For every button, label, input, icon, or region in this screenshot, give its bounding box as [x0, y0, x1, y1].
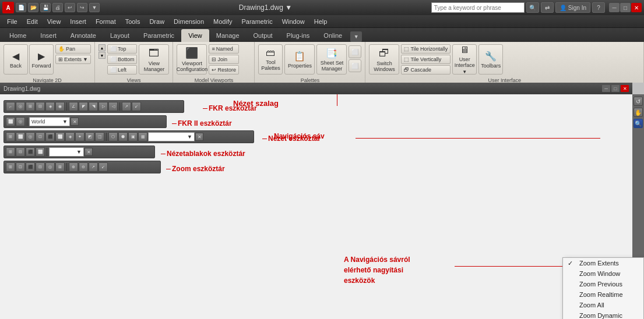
nt-btn-11[interactable]: ⬡	[108, 132, 118, 141]
tile-horizontally-button[interactable]: ⬚ Tile Horizontally	[401, 44, 451, 54]
close-button[interactable]: ✕	[631, 3, 642, 12]
nav-sidebar-btn-zoom[interactable]: 🔍	[634, 119, 643, 128]
view-scroll-up[interactable]: ▲	[98, 44, 105, 51]
tile-vertically-button[interactable]: ⬚ Tile Vertically	[401, 55, 451, 64]
search-input[interactable]	[431, 2, 525, 13]
nav-sidebar-btn-2[interactable]: ✋	[634, 108, 643, 117]
search-icon-btn[interactable]: 🔍	[526, 2, 539, 13]
tab-insert[interactable]: Insert	[33, 29, 64, 42]
tb-btn-2[interactable]: ◎	[16, 102, 25, 111]
na-btn-1[interactable]: ⊞	[6, 147, 15, 157]
tab-plugins[interactable]: Plug-ins	[280, 29, 317, 42]
menu-tools[interactable]: Tools	[121, 15, 145, 27]
redo-btn[interactable]: ↪	[77, 3, 87, 12]
tool-palettes-button[interactable]: 🗃 Tool Palettes	[258, 44, 283, 75]
undo-btn[interactable]: ↩	[65, 3, 75, 12]
ribbon-tab-extra[interactable]: ▼	[350, 31, 362, 42]
tb2-btn-2[interactable]: ◎	[16, 117, 25, 126]
z-btn-5[interactable]: ◎	[45, 162, 55, 172]
palette-extra2-button[interactable]: ⬜	[349, 59, 361, 72]
menu-modify[interactable]: Modify	[209, 15, 237, 27]
tb-btn-6[interactable]: ◉	[55, 102, 65, 111]
tb-btn-7[interactable]: ∠	[69, 102, 78, 111]
nav-sidebar-btn-1[interactable]: ↺	[634, 97, 643, 106]
new-btn[interactable]: 📄	[16, 3, 26, 12]
help-icon[interactable]: ?	[592, 2, 605, 13]
nt-btn-13[interactable]: ▣	[128, 132, 138, 141]
named-viewport-button[interactable]: ≡ Named	[209, 44, 239, 54]
tb-btn-11[interactable]: ◁	[108, 102, 118, 111]
user-interface-button[interactable]: 🖥 User Interface ▼	[452, 44, 477, 75]
tb-btn-12[interactable]: ↗	[122, 102, 131, 111]
inner-max-button[interactable]: □	[611, 85, 620, 92]
z-btn-6[interactable]: ⊠	[55, 162, 65, 172]
tb2-btn-1[interactable]: ⬜	[6, 117, 15, 126]
forward-button[interactable]: ▶ Forward	[29, 44, 54, 75]
nt-btn-10[interactable]: ◫	[95, 132, 104, 141]
tab-output[interactable]: Output	[247, 29, 280, 42]
pan-button[interactable]: ✋ Pan	[55, 44, 91, 54]
palette-extra1-button[interactable]: ⬜	[349, 45, 361, 58]
tb-btn-5[interactable]: ◈	[45, 102, 55, 111]
view-manager-button[interactable]: 🗔 View Manager	[139, 44, 169, 75]
z-btn-1[interactable]: ⊞	[6, 162, 15, 172]
tab-manage[interactable]: Manage	[209, 29, 247, 42]
z-btn-8[interactable]: ⊖	[79, 162, 88, 172]
sign-in-button[interactable]: 👤 Sign In	[555, 2, 590, 13]
tb-btn-4[interactable]: ⊟	[36, 102, 45, 111]
top-view-button[interactable]: ⬜ Top	[107, 44, 138, 54]
save-btn[interactable]: 💾	[40, 3, 51, 12]
exchange-icon[interactable]: ⇄	[541, 2, 554, 13]
viewport-config-button[interactable]: ⬛ Viewport Configuration	[177, 44, 207, 75]
zoom-realtime-item[interactable]: Zoom Realtime	[563, 289, 643, 300]
z-btn-9[interactable]: ↗	[89, 162, 98, 172]
menu-parametric[interactable]: Parametric	[237, 15, 277, 27]
menu-help[interactable]: Help	[309, 15, 332, 27]
maximize-button[interactable]: □	[620, 3, 631, 12]
tb2-close[interactable]: ✕	[71, 118, 79, 126]
menu-dimension[interactable]: Dimension	[169, 15, 209, 27]
nt-btn-12[interactable]: ⬢	[118, 132, 128, 141]
nt-btn-5[interactable]: ⬛	[45, 132, 55, 141]
menu-insert[interactable]: Insert	[65, 15, 91, 27]
tb-btn-9[interactable]: ◥	[89, 102, 98, 111]
view-scroll-down[interactable]: ▼	[98, 52, 105, 59]
nt-btn-9[interactable]: ◩	[85, 132, 94, 141]
zoom-all-item[interactable]: Zoom All	[563, 300, 643, 310]
tb-btn-3[interactable]: ⊞	[26, 102, 35, 111]
restore-viewport-button[interactable]: ↩ Restore	[209, 65, 239, 75]
menu-edit[interactable]: Edit	[22, 15, 43, 27]
nt-btn-14[interactable]: ▦	[138, 132, 147, 141]
properties-button[interactable]: 📋 Properties	[284, 44, 315, 75]
tab-view[interactable]: View	[181, 29, 209, 42]
zoom-window-item[interactable]: Zoom Window	[563, 268, 643, 279]
toolbars-button[interactable]: 🔧 Toolbars	[478, 44, 503, 75]
print-btn[interactable]: 🖨	[52, 3, 63, 12]
tb-btn-13[interactable]: ↙	[132, 102, 141, 111]
options-btn[interactable]: ▼	[89, 3, 100, 12]
na-btn-2[interactable]: ⊟	[16, 147, 25, 157]
na-dropdown[interactable]: ▼	[49, 147, 84, 157]
tb-btn-8[interactable]: ◤	[79, 102, 88, 111]
nt-close[interactable]: ✕	[195, 133, 203, 141]
tb-btn-1[interactable]: ⌐	[6, 102, 15, 111]
open-btn[interactable]: 📂	[28, 3, 38, 12]
left-view-button[interactable]: ⬜ Left	[107, 65, 138, 75]
nt-btn-3[interactable]: ◎	[26, 132, 35, 141]
z-btn-3[interactable]: ⬛	[26, 162, 35, 172]
na-close[interactable]: ✕	[85, 148, 93, 156]
world-dropdown[interactable]: World ▼	[29, 117, 70, 126]
menu-file[interactable]: File	[2, 15, 22, 27]
bottom-view-button[interactable]: ⬜ Bottom	[107, 55, 138, 64]
zoom-extents-item[interactable]: Zoom Extents	[563, 258, 643, 268]
zoom-dynamic-item[interactable]: Zoom Dynamic	[563, 310, 643, 319]
nt-btn-6[interactable]: ⬜	[55, 132, 65, 141]
nt-btn-7[interactable]: ◈	[65, 132, 75, 141]
z-btn-7[interactable]: ⊕	[69, 162, 78, 172]
nt-btn-4[interactable]: ⊡	[36, 132, 45, 141]
back-button[interactable]: ◀ Back	[3, 44, 28, 75]
tab-parametric[interactable]: Parametric	[136, 29, 181, 42]
autocad-logo[interactable]: A	[2, 2, 14, 13]
tab-online[interactable]: Online	[316, 29, 349, 42]
inner-min-button[interactable]: ─	[602, 85, 610, 92]
